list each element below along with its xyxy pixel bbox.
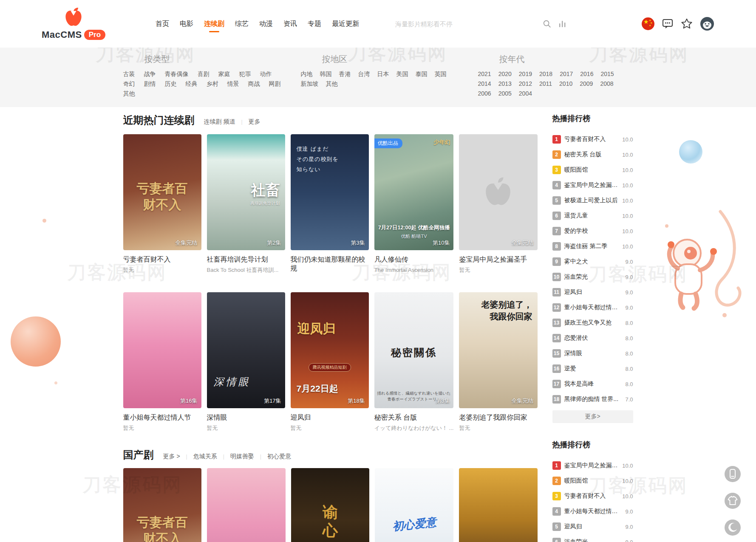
filter-region-link[interactable]: 英国 xyxy=(435,69,447,79)
ranking-item[interactable]: 1 鉴宝局中局之捡漏圣手 10.0 xyxy=(552,458,633,473)
language-flag-icon[interactable]: ★ ★ ★ ★ xyxy=(642,17,654,30)
series-title[interactable]: 深情眼 xyxy=(207,413,285,422)
nav-item[interactable]: 动漫 xyxy=(259,20,273,32)
nav-item[interactable]: 最近更新 xyxy=(332,20,359,32)
ranking-item[interactable]: 4 董小姐每天都过情人节 9.0 xyxy=(552,504,633,519)
series-card[interactable]: 迎凤归 腾讯视频精品短剧 7月22日起 第18集 迎凤归 暂无 xyxy=(291,292,369,440)
filter-year-link[interactable]: 2017 xyxy=(560,69,573,79)
series-card[interactable]: 深情眼 第17集 深情眼 暂无 xyxy=(207,292,285,440)
series-title[interactable]: 亏妻者百财不入 xyxy=(123,255,201,264)
ranking-item[interactable]: 6 退货儿童 10.0 xyxy=(552,208,633,223)
ranking-item[interactable]: 15 深情眼 8.0 xyxy=(552,346,633,361)
ranking-item[interactable]: 18 黑律师的痴情 世界... 7.0 xyxy=(552,392,633,407)
nav-item[interactable]: 连续剧 xyxy=(204,20,224,32)
dark-mode-button[interactable] xyxy=(725,519,741,536)
series-poster[interactable]: 全集完结 xyxy=(459,134,537,250)
series-title[interactable]: 董小姐每天都过情人节 xyxy=(123,413,201,422)
filter-type-link[interactable]: 情景 xyxy=(227,79,239,89)
filter-year-link[interactable]: 2020 xyxy=(498,69,512,79)
message-icon[interactable] xyxy=(662,18,674,30)
ranking-item[interactable]: 5 迎凤归 9.0 xyxy=(552,519,633,534)
theme-skin-button[interactable] xyxy=(725,493,741,509)
ranking-item[interactable]: 16 逆爱 8.0 xyxy=(552,361,633,376)
series-title[interactable]: 我们仍未知道那颗星的校规 xyxy=(291,255,369,273)
series-poster[interactable]: 社畜 再培训先导计划 第2集 xyxy=(207,134,285,250)
filter-type-link[interactable]: 乡村 xyxy=(207,79,218,89)
series-title[interactable]: 秘密关系 台版 xyxy=(374,413,454,422)
filter-year-link[interactable]: 2016 xyxy=(580,69,593,79)
filter-type-link[interactable]: 网剧 xyxy=(269,79,281,89)
favorite-star-icon[interactable] xyxy=(681,18,693,30)
series-card[interactable]: 老婆别追了， 我跟你回家 全集完结 老婆别追了我跟你回家 暂无 xyxy=(459,292,537,440)
filter-region-link[interactable]: 美国 xyxy=(396,69,408,79)
ranking-item[interactable]: 14 恋爱潜伏 8.0 xyxy=(552,330,633,346)
chart-icon[interactable] xyxy=(558,20,566,28)
filter-type-link[interactable]: 喜剧 xyxy=(198,69,210,79)
series-card[interactable]: 社畜 再培训先导计划 第2集 社畜再培训先导计划 Back To School … xyxy=(207,134,285,282)
series-title[interactable]: 老婆别追了我跟你回家 xyxy=(459,413,537,422)
filter-year-link[interactable]: 2010 xyxy=(559,79,572,89)
series-card[interactable]: 亏妻者百财不入 xyxy=(123,468,202,542)
ranking-item[interactable]: 3 亏妻者百财不入 10.0 xyxy=(552,488,633,504)
series-card[interactable]: 优酷出品 少年幻 7月27日12:00起 优酷全网独播 优酷 酷喵TV 第10集… xyxy=(374,134,454,282)
ranking-item[interactable]: 4 鉴宝局中局之捡漏圣手 10.0 xyxy=(552,178,633,193)
series-title[interactable]: 凡人修仙传 xyxy=(374,255,454,264)
filter-type-link[interactable]: 古装 xyxy=(123,69,135,79)
mobile-button[interactable] xyxy=(725,466,741,482)
nav-item[interactable]: 综艺 xyxy=(235,20,249,32)
ranking-more-button[interactable]: 更多> xyxy=(552,410,633,423)
series-poster[interactable]: 谕心 xyxy=(291,468,370,542)
series-poster[interactable]: 亏妻者百财不入 全集完结 xyxy=(123,134,201,250)
series-card[interactable]: 秘密關係 揺れる感情と、繊細なすれ違いを描いた 青春ボーイズラブストーリー 第3… xyxy=(374,292,454,440)
ranking-item[interactable]: 2 暖阳面馆 10.0 xyxy=(552,473,633,488)
nav-item[interactable]: 资讯 xyxy=(283,20,297,32)
section-link[interactable]: 更多 > xyxy=(163,453,180,460)
series-poster[interactable]: 第16集 xyxy=(123,292,201,408)
series-title[interactable]: 社畜再培训先导计划 xyxy=(207,255,285,264)
series-card[interactable]: 谕心 xyxy=(291,468,370,542)
section-link[interactable]: 明媒善娶 xyxy=(217,453,254,460)
ranking-item[interactable]: 3 暖阳面馆 10.0 xyxy=(552,162,633,178)
filter-region-link[interactable]: 台湾 xyxy=(358,69,370,79)
filter-year-link[interactable]: 2012 xyxy=(519,79,532,89)
series-card[interactable]: 初心爱意 xyxy=(375,468,453,542)
series-card[interactable]: 亏妻者百财不入 全集完结 亏妻者百财不入 暂无 xyxy=(123,134,201,282)
filter-type-link[interactable]: 奇幻 xyxy=(123,79,135,89)
filter-year-link[interactable]: 2014 xyxy=(478,79,491,89)
filter-type-link[interactable]: 经典 xyxy=(186,79,198,89)
ranking-item[interactable]: 8 海盗佳丽 第二季 10.0 xyxy=(552,239,633,254)
ranking-item[interactable]: 11 迎凤归 9.0 xyxy=(552,285,633,300)
series-title[interactable]: 迎凤归 xyxy=(291,413,369,422)
ranking-item[interactable]: 7 爱的学校 10.0 xyxy=(552,223,633,239)
ranking-item[interactable]: 13 摄政王他又争又抢 8.0 xyxy=(552,315,633,330)
nav-item[interactable]: 电影 xyxy=(180,20,193,32)
filter-region-link[interactable]: 香港 xyxy=(339,69,351,79)
filter-region-link[interactable]: 日本 xyxy=(377,69,389,79)
filter-year-link[interactable]: 2019 xyxy=(519,69,532,79)
ranking-item[interactable]: 9 雾中之犬 9.0 xyxy=(552,254,633,269)
filter-region-link[interactable]: 新加坡 xyxy=(301,79,319,89)
filter-year-link[interactable]: 2011 xyxy=(539,79,552,89)
filter-type-link[interactable]: 动作 xyxy=(260,69,272,79)
series-poster[interactable]: 初心爱意 xyxy=(375,468,453,542)
filter-type-link[interactable]: 剧情 xyxy=(144,79,156,89)
section-link[interactable]: 更多 xyxy=(235,118,260,126)
filter-type-link[interactable]: 其他 xyxy=(123,89,135,99)
filter-type-link[interactable]: 犯罪 xyxy=(239,69,251,79)
filter-year-link[interactable]: 2004 xyxy=(519,89,532,99)
nav-item[interactable]: 专题 xyxy=(308,20,321,32)
series-poster[interactable]: 深情眼 第17集 xyxy=(207,292,285,408)
ranking-item[interactable]: 10 浴血荣光 9.0 xyxy=(552,269,633,285)
ranking-item[interactable]: 17 我本是高峰 8.0 xyxy=(552,376,633,392)
filter-year-link[interactable]: 2021 xyxy=(478,69,491,79)
section-link[interactable]: 连续剧 频道 xyxy=(204,118,235,126)
series-card[interactable] xyxy=(207,468,286,542)
logo[interactable]: MacCMS Pro xyxy=(42,7,105,40)
filter-year-link[interactable]: 2015 xyxy=(600,69,614,79)
series-card[interactable] xyxy=(459,468,538,542)
section-link[interactable]: 初心爱意 xyxy=(254,453,291,460)
filter-type-link[interactable]: 青春偶像 xyxy=(165,69,189,79)
series-poster[interactable]: 老婆别追了， 我跟你回家 全集完结 xyxy=(459,292,537,408)
ranking-item[interactable]: 2 秘密关系 台版 10.0 xyxy=(552,147,633,162)
filter-region-link[interactable]: 韩国 xyxy=(320,69,332,79)
